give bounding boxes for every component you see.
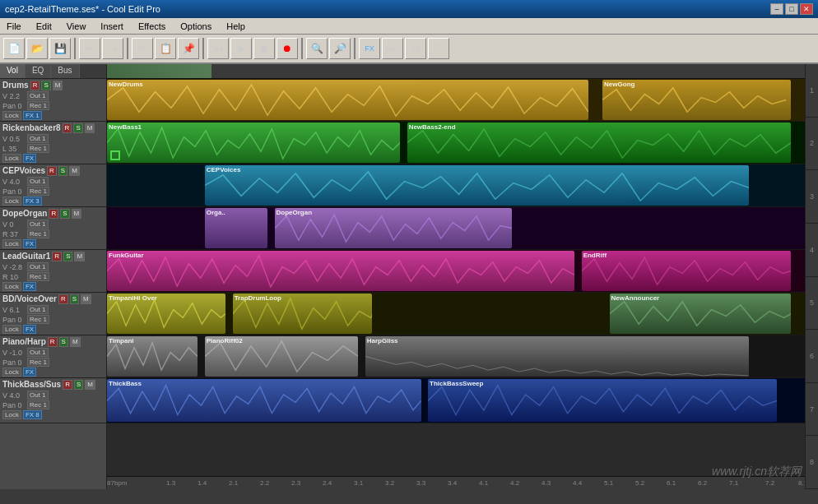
clip-newbass2[interactable]: NewBass2-end — [407, 123, 791, 163]
btn-out-bass[interactable]: Out 1 — [27, 134, 49, 143]
clip-thickbass[interactable]: ThickBass — [107, 379, 421, 422]
btn-s-guitar[interactable]: S — [63, 252, 72, 261]
waveform-guitar[interactable]: FunkGuitar EndRiff — [107, 250, 805, 292]
btn-fx-drums[interactable]: FX 1 — [23, 111, 42, 120]
btn-r-bass[interactable]: R — [63, 123, 72, 133]
close-button[interactable]: ✕ — [800, 3, 813, 15]
btn-m-voices[interactable]: M — [69, 166, 80, 176]
waveform-organ[interactable]: Orga.. DopeOrgan — [107, 207, 805, 249]
btn-rec-organ[interactable]: Rec 1 — [27, 229, 49, 238]
menu-options[interactable]: Options — [177, 20, 215, 33]
track-row-bdvo[interactable]: TimpaniHi Over TrapDrumLoop NewAnnouncer — [107, 293, 805, 335]
stop-button[interactable]: ⏹ — [253, 38, 275, 59]
maximize-button[interactable]: □ — [785, 3, 798, 15]
menu-help[interactable]: Help — [223, 20, 249, 33]
btn-fx-organ[interactable]: FX — [23, 239, 36, 248]
time-ruler[interactable] — [107, 64, 805, 79]
btn-s-bass[interactable]: S — [73, 123, 82, 133]
btn-lock-organ[interactable]: Lock — [2, 239, 21, 248]
play-button[interactable]: ▶ — [230, 38, 252, 59]
clip-endriff[interactable]: EndRiff — [582, 251, 791, 291]
btn-r-voices[interactable]: R — [47, 166, 57, 176]
track-row-bass[interactable]: NewBass1 NewBass2-end — [107, 122, 805, 164]
settings-button[interactable]: ⚙ — [405, 38, 426, 59]
menu-effects[interactable]: Effects — [135, 20, 169, 33]
btn-fx-voices[interactable]: FX 3 — [23, 197, 42, 206]
menu-file[interactable]: File — [3, 20, 25, 33]
btn-out-organ[interactable]: Out 1 — [27, 220, 49, 229]
save-button[interactable]: 💾 — [49, 38, 71, 59]
btn-out-thick[interactable]: Out 1 — [27, 391, 49, 400]
track-row-guitar[interactable]: FunkGuitar EndRiff — [107, 250, 805, 293]
btn-lock-voices[interactable]: Lock — [2, 197, 21, 206]
clip-timpani[interactable]: Timpani — [107, 336, 198, 377]
btn-r-bdvo[interactable]: R — [58, 294, 68, 304]
btn-s-thick[interactable]: S — [74, 380, 83, 390]
btn-lock-bdvo[interactable]: Lock — [2, 325, 21, 334]
waveform-bdvo[interactable]: TimpaniHi Over TrapDrumLoop NewAnnouncer — [107, 293, 805, 335]
undo-button[interactable]: ↩ — [79, 38, 100, 59]
btn-out-bdvo[interactable]: Out 1 — [27, 305, 49, 314]
btn-m-guitar[interactable]: M — [74, 252, 85, 261]
zoom-out-button[interactable]: 🔎 — [329, 38, 351, 59]
btn-r-guitar[interactable]: R — [52, 252, 62, 261]
btn-s-drums[interactable]: S — [41, 81, 50, 90]
tab-vol[interactable]: Vol — [0, 64, 26, 78]
btn-s-bdvo[interactable]: S — [70, 294, 79, 304]
btn-m-bass[interactable]: M — [85, 123, 95, 133]
track-row-thick[interactable]: ThickBass ThickBassSweep — [107, 378, 805, 423]
btn-fx-guitar[interactable]: FX — [23, 282, 36, 291]
btn-r-organ[interactable]: R — [49, 209, 58, 219]
menu-view[interactable]: View — [63, 20, 90, 33]
btn-rec-voices[interactable]: Rec 1 — [27, 187, 49, 196]
rewind-button[interactable]: ⏮ — [207, 38, 229, 59]
btn-m-organ[interactable]: M — [72, 209, 82, 219]
track-row-organ[interactable]: Orga.. DopeOrgan — [107, 207, 805, 250]
btn-r-piano[interactable]: R — [48, 337, 58, 347]
clip-funkguitar[interactable]: FunkGuitar — [107, 251, 574, 291]
track-row-voices[interactable]: CEPVoices — [107, 164, 805, 207]
btn-out-guitar[interactable]: Out 1 — [27, 262, 49, 271]
btn-m-drums[interactable]: M — [53, 81, 63, 90]
btn-rec-thick[interactable]: Rec 1 — [27, 400, 49, 409]
btn-m-piano[interactable]: M — [70, 337, 81, 347]
menu-insert[interactable]: Insert — [97, 20, 127, 33]
btn-out-piano[interactable]: Out 1 — [27, 348, 49, 357]
help-button[interactable]: ? — [428, 38, 449, 59]
clip-newdrums[interactable]: NewDrums — [107, 80, 588, 120]
paste-button[interactable]: 📌 — [178, 38, 199, 59]
waveform-thick[interactable]: ThickBass ThickBassSweep — [107, 378, 805, 423]
record-button[interactable]: ⏺ — [277, 38, 298, 59]
new-button[interactable]: 📄 — [3, 38, 25, 59]
btn-rec-drums[interactable]: Rec 1 — [27, 101, 49, 110]
btn-m-thick[interactable]: M — [85, 380, 95, 390]
btn-lock-bass[interactable]: Lock — [2, 154, 21, 163]
bpm-button[interactable]: Bpm — [382, 38, 403, 59]
tab-bus[interactable]: Bus — [51, 64, 79, 78]
btn-lock-guitar[interactable]: Lock — [2, 282, 21, 291]
tab-eq[interactable]: EQ — [26, 64, 51, 78]
clip-newgong[interactable]: NewGong — [602, 80, 791, 120]
minimize-button[interactable]: – — [770, 3, 783, 15]
redo-button[interactable]: ↪ — [102, 38, 123, 59]
clip-dopeorgan[interactable]: DopeOrgan — [275, 208, 512, 248]
waveform-voices[interactable]: CEPVoices — [107, 164, 805, 206]
btn-fx-bass[interactable]: FX — [23, 154, 36, 163]
clip-thickbasssweep[interactable]: ThickBassSweep — [428, 379, 777, 422]
fx-button[interactable]: FX — [359, 38, 380, 59]
btn-r-drums[interactable]: R — [30, 81, 40, 90]
waveform-bass[interactable]: NewBass1 NewBass2-end — [107, 122, 805, 164]
clip-newannouncer[interactable]: NewAnnouncer — [610, 294, 791, 334]
btn-rec-guitar[interactable]: Rec 1 — [27, 272, 49, 281]
btn-s-piano[interactable]: S — [59, 337, 68, 347]
waveform-piano[interactable]: Timpani PianoRiff02 HarpGliss — [107, 335, 805, 377]
clip-cepvoices[interactable]: CEPVoices — [205, 165, 749, 206]
open-button[interactable]: 📂 — [26, 38, 48, 59]
clip-timpanihi[interactable]: TimpaniHi Over — [107, 294, 225, 334]
btn-lock-piano[interactable]: Lock — [2, 368, 21, 377]
clip-pianoriff[interactable]: PianoRiff02 — [205, 336, 359, 377]
btn-lock-thick[interactable]: Lock — [2, 410, 21, 419]
copy-button[interactable]: 📋 — [155, 38, 176, 59]
clip-trapdrumloop[interactable]: TrapDrumLoop — [233, 294, 373, 334]
track-row-drums[interactable]: NewDrums NewGong — [107, 79, 805, 122]
